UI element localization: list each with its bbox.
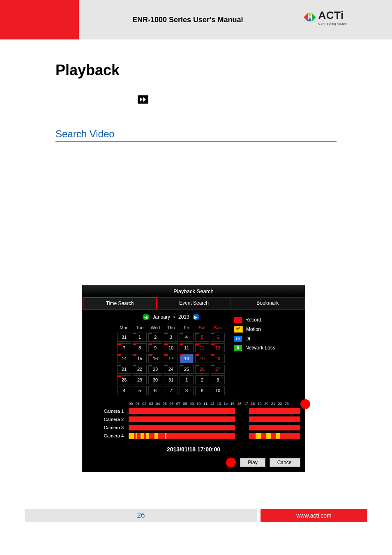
tab-bookmark[interactable]: Bookmark xyxy=(231,297,304,310)
search-tabs: Time Search Event Search Bookmark xyxy=(83,297,304,310)
calendar-table: MonTueWedThuFriSatSun3112345678910111213… xyxy=(115,323,226,397)
panel-title: Playback Search xyxy=(83,286,304,297)
calendar-day[interactable]: 22 xyxy=(133,365,147,374)
cancel-button[interactable]: Cancel xyxy=(270,458,300,467)
calendar-day[interactable]: 6 xyxy=(148,386,162,395)
page-header: ENR-1000 Series User's Manual ACTi Conne… xyxy=(0,0,392,39)
calendar-day[interactable]: 21 xyxy=(117,365,131,374)
timeline-row[interactable]: Camera 2 xyxy=(83,416,304,423)
selected-timestamp: 2013/01/18 17:00:00 xyxy=(83,444,304,455)
page-title: Playback xyxy=(55,62,337,79)
header-grey-bar: ENR-1000 Series User's Manual ACTi Conne… xyxy=(79,0,392,39)
playback-search-panel: Playback Search Time Search Event Search… xyxy=(82,285,305,472)
calendar-day[interactable]: 12 xyxy=(195,343,209,352)
next-month-button[interactable]: ▶ xyxy=(193,314,199,320)
hour-ticks: 0001020304050607080910111213141516171819… xyxy=(83,401,304,407)
calendar-day[interactable]: 29 xyxy=(133,375,147,384)
calendar-day[interactable]: 11 xyxy=(180,343,194,352)
calendar-day[interactable]: 16 xyxy=(148,354,162,363)
calendar-day[interactable]: 19 xyxy=(195,354,209,363)
calendar-day[interactable]: 14 xyxy=(117,354,131,363)
prev-month-button[interactable]: ◀ xyxy=(143,314,149,320)
year-label[interactable]: 2013 xyxy=(178,314,189,320)
manual-title: ENR-1000 Series User's Manual xyxy=(132,16,243,24)
calendar-day[interactable]: 30 xyxy=(148,375,162,384)
timeline-row[interactable]: Camera 4 xyxy=(83,432,304,439)
legend: Record Motion DIDI ✖Network Loss xyxy=(231,310,279,401)
month-label[interactable]: January xyxy=(152,314,170,320)
legend-motion: Motion xyxy=(246,326,261,332)
calendar-day[interactable]: 25 xyxy=(180,365,194,374)
legend-record: Record xyxy=(245,317,261,323)
calendar-day[interactable]: 5 xyxy=(133,386,147,395)
calendar-day[interactable]: 31 xyxy=(117,333,131,342)
calendar-day[interactable]: 18 xyxy=(180,354,194,363)
page-number: 26 xyxy=(25,509,257,522)
calendar-day[interactable]: 13 xyxy=(211,343,225,352)
legend-di: DI xyxy=(245,336,250,342)
calendar-day[interactable]: 7 xyxy=(117,343,131,352)
logo-icon xyxy=(304,12,316,23)
svg-marker-2 xyxy=(308,13,312,17)
calendar-day[interactable]: 4 xyxy=(180,333,194,342)
legend-network-loss: Network Loss xyxy=(245,345,275,351)
calendar-day[interactable]: 6 xyxy=(211,333,225,342)
motion-swatch xyxy=(234,326,243,333)
svg-marker-4 xyxy=(140,97,143,102)
calendar-day[interactable]: 1 xyxy=(180,375,194,384)
calendar-day[interactable]: 7 xyxy=(164,386,178,395)
svg-marker-0 xyxy=(304,13,308,21)
calendar-day[interactable]: 5 xyxy=(195,333,209,342)
calendar-day[interactable]: 2 xyxy=(195,375,209,384)
tab-event-search[interactable]: Event Search xyxy=(157,297,231,310)
fast-forward-icon xyxy=(138,95,148,104)
calendar-day[interactable]: 20 xyxy=(211,354,225,363)
network-loss-swatch: ✖ xyxy=(234,345,242,351)
calendar-day[interactable]: 9 xyxy=(195,386,209,395)
calendar-day[interactable]: 24 xyxy=(164,365,178,374)
calendar: ◀ January▾ 2013 ▶ MonTueWedThuFriSatSun3… xyxy=(111,310,231,401)
svg-marker-3 xyxy=(308,17,312,21)
svg-marker-1 xyxy=(312,13,316,21)
annotation-dot xyxy=(300,399,310,409)
calendar-day[interactable]: 27 xyxy=(211,365,225,374)
calendar-day[interactable]: 4 xyxy=(117,386,131,395)
play-button[interactable]: Play xyxy=(240,458,265,467)
calendar-day[interactable]: 1 xyxy=(133,333,147,342)
tab-time-search[interactable]: Time Search xyxy=(83,297,157,310)
timeline-row[interactable]: Camera 1 xyxy=(83,407,304,415)
brand-name: ACTi xyxy=(318,9,347,22)
calendar-day[interactable]: 2 xyxy=(148,333,162,342)
calendar-day[interactable]: 28 xyxy=(117,375,131,384)
calendar-day[interactable]: 10 xyxy=(211,386,225,395)
calendar-day[interactable]: 26 xyxy=(195,365,209,374)
calendar-day[interactable]: 23 xyxy=(148,365,162,374)
timeline-row[interactable]: Camera 3 xyxy=(83,424,304,431)
annotation-dot xyxy=(226,458,236,467)
calendar-day[interactable]: 3 xyxy=(211,375,225,384)
record-swatch xyxy=(234,317,242,323)
calendar-day[interactable]: 8 xyxy=(133,343,147,352)
footer-url: www.acti.com xyxy=(261,509,367,522)
timeline-rows: Camera 1Camera 2Camera 3Camera 4 xyxy=(83,407,304,444)
section-rule xyxy=(55,141,337,142)
page-content: Playback Search Video xyxy=(55,53,337,155)
brand-logo: ACTi Connecting Vision xyxy=(304,9,347,25)
svg-marker-5 xyxy=(143,97,146,102)
calendar-day[interactable]: 17 xyxy=(164,354,178,363)
calendar-day[interactable]: 15 xyxy=(133,354,147,363)
calendar-day[interactable]: 8 xyxy=(180,386,194,395)
page-footer: 26 www.acti.com xyxy=(0,509,392,522)
calendar-day[interactable]: 10 xyxy=(164,343,178,352)
calendar-day[interactable]: 31 xyxy=(164,375,178,384)
section-title: Search Video xyxy=(55,128,337,140)
di-swatch: DI xyxy=(234,336,242,342)
calendar-day[interactable]: 9 xyxy=(148,343,162,352)
calendar-day[interactable]: 3 xyxy=(164,333,178,342)
header-red-block xyxy=(0,0,79,39)
brand-tagline: Connecting Vision xyxy=(318,22,347,25)
